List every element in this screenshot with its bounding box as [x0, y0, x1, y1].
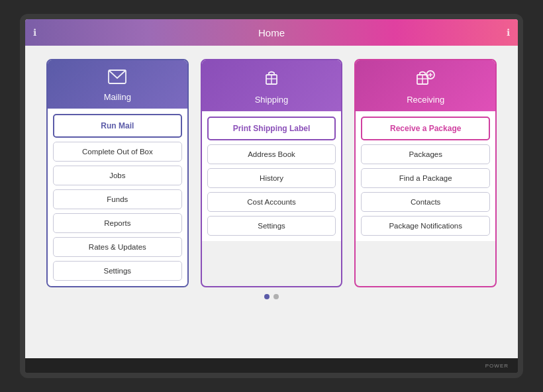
mailing-icon	[108, 70, 126, 88]
info-icon-left[interactable]: ℹ	[33, 27, 36, 38]
address-book-button[interactable]: Address Book	[207, 144, 336, 164]
reports-button[interactable]: Reports	[53, 213, 182, 233]
rates-updates-button[interactable]: Rates & Updates	[53, 237, 182, 257]
columns-container: Mailing Run Mail Complete Out of Box Job…	[46, 59, 497, 287]
history-button[interactable]: History	[207, 168, 336, 188]
shipping-label: Shipping	[255, 95, 289, 105]
receiving-label: Receiving	[407, 95, 444, 105]
receiving-header: Receiving	[356, 60, 495, 111]
info-icon-right[interactable]: ℹ	[507, 27, 510, 38]
pagination	[258, 287, 285, 306]
print-shipping-label-button[interactable]: Print Shipping Label	[207, 117, 336, 140]
find-package-button[interactable]: Find a Package	[361, 168, 490, 188]
monitor-bottom-bar: POWER	[25, 358, 518, 373]
mailing-header: Mailing	[48, 60, 187, 109]
column-receiving: Receiving Receive a Package Packages Fin…	[354, 59, 497, 287]
shipping-settings-button[interactable]: Settings	[207, 216, 336, 236]
column-mailing: Mailing Run Mail Complete Out of Box Job…	[46, 59, 189, 287]
receiving-icon	[416, 70, 436, 91]
complete-out-of-box-button[interactable]: Complete Out of Box	[53, 142, 182, 162]
cost-accounts-button[interactable]: Cost Accounts	[207, 192, 336, 212]
package-notifications-button[interactable]: Package Notifications	[361, 216, 490, 236]
monitor: ℹ Home ℹ Mailing	[20, 14, 523, 378]
run-mail-button[interactable]: Run Mail	[53, 114, 182, 138]
shipping-header: Shipping	[202, 60, 342, 111]
shipping-icon	[263, 70, 280, 91]
column-shipping: Shipping Print Shipping Label Address Bo…	[201, 59, 343, 287]
pagination-dot-2[interactable]	[273, 294, 279, 299]
mailing-label: Mailing	[104, 92, 131, 102]
mailing-settings-button[interactable]: Settings	[53, 261, 182, 281]
packages-button[interactable]: Packages	[361, 144, 490, 164]
pagination-dot-1[interactable]	[264, 294, 270, 299]
power-label: POWER	[485, 363, 509, 369]
page-title: Home	[258, 27, 285, 38]
mailing-body: Run Mail Complete Out of Box Jobs Funds …	[48, 109, 187, 286]
funds-button[interactable]: Funds	[53, 189, 182, 209]
shipping-body: Print Shipping Label Address Book Histor…	[202, 111, 342, 241]
receive-package-button[interactable]: Receive a Package	[361, 117, 490, 140]
jobs-button[interactable]: Jobs	[53, 166, 182, 185]
main-content: Mailing Run Mail Complete Out of Box Job…	[25, 46, 518, 358]
screen: ℹ Home ℹ Mailing	[25, 19, 518, 358]
header: ℹ Home ℹ	[25, 19, 518, 46]
contacts-button[interactable]: Contacts	[361, 192, 490, 212]
receiving-body: Receive a Package Packages Find a Packag…	[356, 111, 495, 241]
